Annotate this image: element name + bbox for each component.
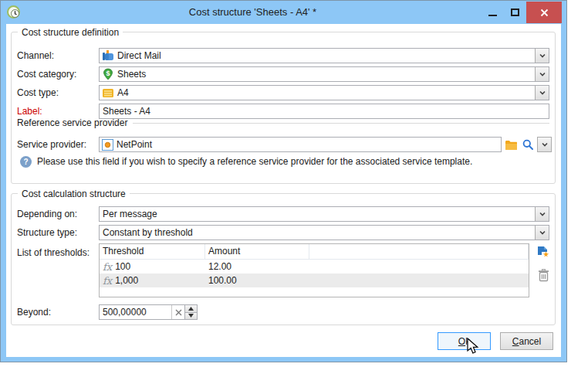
spin-up-button[interactable] bbox=[185, 305, 197, 313]
service-provider-dropdown-button[interactable] bbox=[537, 137, 552, 152]
list-icon bbox=[102, 87, 114, 99]
arrow-up-icon bbox=[188, 307, 194, 311]
structure-type-combobox[interactable]: Constant by threshold bbox=[99, 225, 549, 240]
cost-category-dropdown-button[interactable] bbox=[535, 67, 549, 81]
threshold-value: 1,000 bbox=[115, 275, 138, 286]
chevron-down-icon bbox=[539, 89, 546, 97]
window-title: Cost structure 'Sheets - A4' * bbox=[47, 1, 458, 24]
beyond-value[interactable]: 500,00000 bbox=[100, 305, 171, 319]
cost-type-combobox[interactable]: A4 bbox=[99, 85, 549, 100]
cancel-button[interactable]: Cancel bbox=[500, 332, 553, 350]
label-textbox[interactable]: Sheets - A4 bbox=[99, 104, 549, 119]
folder-icon bbox=[505, 140, 518, 151]
cost-category-value[interactable]: Sheets bbox=[114, 69, 535, 80]
mouse-cursor bbox=[466, 338, 482, 355]
channel-dropdown-button[interactable] bbox=[535, 49, 549, 63]
amount-value: 12.00 bbox=[205, 261, 309, 272]
thresholds-table-header: Threshold Amount bbox=[100, 244, 529, 260]
search-button[interactable] bbox=[521, 138, 534, 151]
depending-on-combobox[interactable]: Per message bbox=[99, 206, 549, 222]
info-text: Please use this field if you wish to spe… bbox=[37, 156, 552, 168]
minimize-button[interactable] bbox=[482, 2, 504, 23]
mailbox-icon bbox=[102, 49, 114, 62]
cost-category-combobox[interactable]: $ Sheets bbox=[99, 66, 549, 82]
chevron-down-icon bbox=[539, 70, 546, 78]
app-icon bbox=[7, 5, 20, 19]
delete-threshold-button[interactable] bbox=[537, 269, 550, 282]
trash-icon bbox=[538, 269, 549, 282]
add-threshold-button[interactable] bbox=[536, 245, 549, 258]
amount-value: 100.00 bbox=[205, 275, 309, 286]
label-value[interactable]: Sheets - A4 bbox=[100, 106, 549, 117]
label-label: Label: bbox=[17, 104, 42, 119]
cost-type-dropdown-button[interactable] bbox=[535, 86, 549, 100]
dialog-content: Cost structure definition Channel: Direc… bbox=[6, 24, 561, 357]
provider-icon bbox=[102, 139, 113, 151]
svg-text:$: $ bbox=[106, 70, 110, 77]
help-icon: ? bbox=[20, 156, 32, 168]
cost-type-label: Cost type: bbox=[17, 85, 59, 100]
clock-icon bbox=[10, 8, 20, 19]
group-legend: Cost calculation structure bbox=[18, 189, 130, 199]
spin-down-button[interactable] bbox=[185, 313, 197, 320]
minimize-icon bbox=[488, 15, 497, 16]
titlebar: Cost structure 'Sheets - A4' * bbox=[1, 1, 566, 24]
reference-heading: Reference service provider bbox=[17, 117, 127, 128]
formula-icon: fx bbox=[103, 261, 112, 273]
structure-type-dropdown-button[interactable] bbox=[535, 226, 549, 240]
table-row[interactable]: fx 100 12.00 bbox=[100, 260, 529, 274]
depending-on-label: Depending on: bbox=[17, 206, 77, 222]
add-row-icon bbox=[536, 245, 549, 258]
service-provider-label: Service provider: bbox=[17, 137, 86, 152]
chevron-down-icon bbox=[539, 210, 546, 218]
thresholds-label: List of thresholds: bbox=[17, 245, 90, 260]
clear-button[interactable] bbox=[171, 305, 184, 319]
column-header-amount[interactable]: Amount bbox=[205, 244, 309, 259]
formula-icon: fx bbox=[103, 275, 112, 287]
cost-type-value[interactable]: A4 bbox=[114, 87, 535, 98]
arrow-down-icon bbox=[188, 314, 194, 318]
structure-type-label: Structure type: bbox=[17, 225, 77, 240]
dialog-window: Cost structure 'Sheets - A4' * Cost stru… bbox=[0, 0, 567, 362]
close-icon bbox=[540, 8, 549, 17]
group-legend: Cost structure definition bbox=[18, 27, 123, 38]
thresholds-table[interactable]: Threshold Amount fx 100 12.00 fx 1,000 1… bbox=[99, 243, 529, 297]
channel-combobox[interactable]: Direct Mail bbox=[99, 48, 549, 63]
chevron-down-icon bbox=[541, 141, 549, 148]
price-pin-icon: $ bbox=[102, 68, 114, 80]
beyond-spinedit[interactable]: 500,00000 bbox=[99, 304, 198, 320]
ok-button-label: O bbox=[458, 336, 465, 347]
chevron-down-icon bbox=[539, 229, 546, 236]
service-provider-value[interactable]: NetPoint bbox=[113, 139, 501, 150]
threshold-value: 100 bbox=[115, 261, 130, 272]
structure-type-value[interactable]: Constant by threshold bbox=[100, 227, 535, 238]
service-provider-field[interactable]: NetPoint bbox=[99, 137, 502, 152]
ok-button[interactable]: Ok bbox=[438, 332, 491, 350]
clear-x-icon bbox=[175, 309, 182, 316]
column-header-empty bbox=[309, 244, 529, 259]
column-header-threshold[interactable]: Threshold bbox=[100, 244, 205, 259]
depending-on-value[interactable]: Per message bbox=[100, 209, 535, 219]
channel-label: Channel: bbox=[17, 48, 54, 63]
maximize-button[interactable] bbox=[504, 2, 526, 23]
cost-category-label: Cost category: bbox=[17, 66, 76, 82]
depending-on-dropdown-button[interactable] bbox=[535, 207, 549, 221]
close-button[interactable] bbox=[526, 2, 562, 23]
search-icon bbox=[522, 138, 534, 151]
beyond-label: Beyond: bbox=[17, 304, 51, 320]
folder-button[interactable] bbox=[505, 138, 518, 151]
table-row-selected[interactable]: fx 1,000 100.00 bbox=[100, 274, 529, 287]
maximize-icon bbox=[511, 8, 519, 16]
channel-value[interactable]: Direct Mail bbox=[114, 50, 535, 61]
chevron-down-icon bbox=[539, 52, 546, 59]
separator-line bbox=[133, 123, 549, 124]
reference-separator: Reference service provider bbox=[17, 117, 549, 128]
